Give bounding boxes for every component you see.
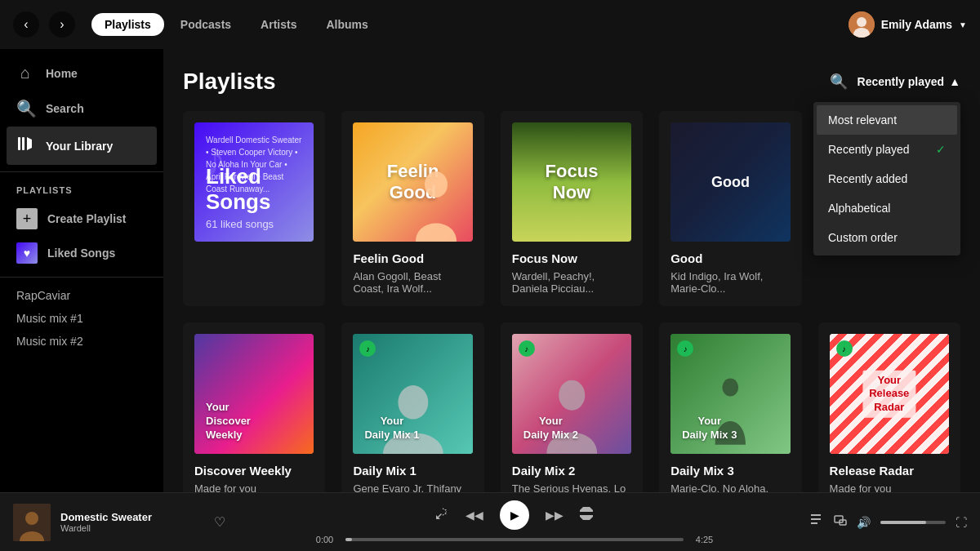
dropdown-item-recently-added[interactable]: Recently added [817,164,957,193]
create-label: Create Playlist [47,212,127,225]
sort-controls: 🔍 Recently played ▲ Most relevant Recent… [830,73,960,91]
focus-now-label: Focus Now [541,161,601,203]
sidebar-search-label: Search [46,102,84,115]
volume-bar[interactable] [880,521,946,524]
previous-button[interactable]: ◀◀ [466,509,483,522]
liked-songs-icon: ♥ [16,242,38,264]
spotify-badge-radar: ♪ [836,340,853,357]
sidebar-item-search[interactable]: 🔍 Search [7,91,157,127]
sort-button[interactable]: Recently played ▲ [858,75,960,88]
progress-bar[interactable] [345,538,684,541]
card-focus-now[interactable]: Focus Now Focus Now Wardell, Peachy!, Da… [501,111,643,306]
queue-button[interactable] [811,514,824,530]
playback-buttons: ◀◀ ▶ ▶▶ [436,500,593,530]
card-feelin-good[interactable]: FeelinGood Feelin Good Alan Gogoll, Beas… [341,111,483,306]
library-icon [16,135,34,157]
release-radar-image: YourReleaseRadar ♪ [830,334,949,453]
forward-button[interactable]: › [49,11,75,38]
nav-tabs: Playlists Podcasts Artists Albums [91,13,381,36]
next-button[interactable]: ▶▶ [546,509,564,522]
good-vibes-image: Good [670,122,790,242]
daily-mix-1-subtitle: Gene Evaro Jr, Thifany Kauany, April... [353,482,472,492]
sidebar-divider [0,171,163,172]
sidebar: ⌂ Home 🔍 Search Your Library PLAYLISTS [0,49,163,492]
fullscreen-button[interactable]: ⛶ [956,516,967,529]
dropdown-item-recently-played[interactable]: Recently played ✓ [817,135,957,164]
svg-rect-13 [811,522,817,524]
release-radar-title: Release Radar [830,464,949,478]
player-controls: ◀◀ ▶ ▶▶ 0:00 4:25 [225,500,804,544]
daily-mix-2-title: Daily Mix 2 [512,464,631,478]
page-title: Playlists [183,69,276,95]
player-track-info: Domestic Sweater Wardell ♡ [13,504,225,541]
dropdown-item-alphabetical[interactable]: Alphabetical [817,193,957,223]
feelin-good-title: Feelin Good [353,251,472,265]
card-liked-songs[interactable]: ♪ Wardell Domestic Sweater • Steven Coop… [183,111,325,306]
search-icon-button[interactable]: 🔍 [830,73,848,91]
user-section: Emily Adams ▼ [849,11,967,38]
sidebar-item-library[interactable]: Your Library [7,127,157,165]
focus-now-title: Focus Now [512,251,631,265]
create-playlist-action[interactable]: + Create Playlist [0,202,163,236]
sidebar-playlist-rapcaviar[interactable]: RapCaviar [0,284,163,307]
card-daily-mix-1[interactable]: YourDaily Mix 1 ♪ Daily Mix 1 Gene Evaro… [341,322,483,492]
content-area: Playlists 🔍 Recently played ▲ Most relev… [163,49,980,492]
liked-songs-image: ♪ Wardell Domestic Sweater • Steven Coop… [194,122,314,242]
dropdown-item-custom-order[interactable]: Custom order [817,223,957,252]
track-thumbnail [13,504,51,541]
feelin-good-subtitle: Alan Gogoll, Beast Coast, Ira Wolf... [353,270,472,295]
back-button[interactable]: ‹ [13,11,39,38]
repeat-button[interactable] [580,507,593,522]
liked-songs-count: 61 liked songs [206,218,314,230]
card-release-radar[interactable]: YourReleaseRadar ♪ Release Radar Made fo… [818,322,960,492]
track-details: Domestic Sweater Wardell [60,511,204,533]
bottom-player: Domestic Sweater Wardell ♡ ◀◀ ▶ ▶▶ 0:00 [0,492,980,551]
tab-podcasts[interactable]: Podcasts [167,13,244,36]
good-subtitle: Kid Indigo, Ira Wolf, Marie-Clo... [670,270,790,295]
svg-rect-12 [811,518,821,520]
daily3-label: YourDaily Mix 3 [682,415,737,442]
track-artist: Wardell [60,523,204,533]
avatar [849,11,875,38]
card-daily-mix-3[interactable]: YourDaily Mix 3 ♪ Daily Mix 3 Marie-Clo,… [659,322,801,492]
card-discover-weekly[interactable]: YourDiscoverWeekly Discover Weekly Made … [183,322,325,492]
liked-songs-action[interactable]: ♥ Liked Songs [0,236,163,270]
tab-artists[interactable]: Artists [247,13,310,36]
liked-songs-title: Liked Songs [206,164,314,215]
create-icon: + [16,208,38,229]
devices-button[interactable] [834,514,847,530]
card-good-vibes[interactable]: Good Good Kid Indigo, Ira Wolf, Marie-Cl… [659,111,801,306]
play-pause-button[interactable]: ▶ [500,500,529,530]
dropdown-item-most-relevant[interactable]: Most relevant [817,105,957,135]
dropdown-label-custom-order: Custom order [828,231,898,244]
sidebar-playlist-musicmix2[interactable]: Music mix #2 [0,330,163,353]
daily-mix-2-subtitle: The Serious Hyenas, Lo Zo, Cilantro... [512,482,631,492]
discover-label: YourDiscoverWeekly [206,401,251,442]
svg-point-10 [25,512,38,525]
sidebar-divider-2 [0,277,163,278]
liked-songs-inner: Liked Songs 61 liked songs [206,164,314,230]
dropdown-label-alphabetical: Alphabetical [828,202,890,215]
daily-mix-1-image: YourDaily Mix 1 ♪ [353,334,472,453]
tab-albums[interactable]: Albums [313,13,381,36]
card-daily-mix-2[interactable]: YourDaily Mix 2 ♪ Daily Mix 2 The Seriou… [501,322,643,492]
liked-label: Liked Songs [47,247,115,260]
svg-point-8 [723,379,739,397]
person-decoration [408,122,465,242]
shuffle-button[interactable] [436,507,449,522]
main-layout: ⌂ Home 🔍 Search Your Library PLAYLISTS [0,49,980,492]
daily-mix-3-image: YourDaily Mix 3 ♪ [670,334,790,453]
sidebar-playlist-musicmix1[interactable]: Music mix #1 [0,307,163,330]
feelin-good-image: FeelinGood [353,122,472,242]
like-track-button[interactable]: ♡ [214,514,225,530]
daily-mix-3-title: Daily Mix 3 [670,464,790,478]
sidebar-item-home[interactable]: ⌂ Home [7,56,157,91]
user-dropdown-arrow[interactable]: ▼ [959,20,967,29]
svg-rect-14 [835,516,843,522]
volume-button[interactable]: 🔊 [857,516,871,529]
tab-playlists[interactable]: Playlists [91,13,164,36]
playlists-heading: PLAYLISTS [0,179,163,202]
release-radar-subtitle: Made for you [830,482,949,492]
daily-mix-2-image: YourDaily Mix 2 ♪ [512,334,631,453]
dropdown-label-recently-added: Recently added [828,172,907,185]
